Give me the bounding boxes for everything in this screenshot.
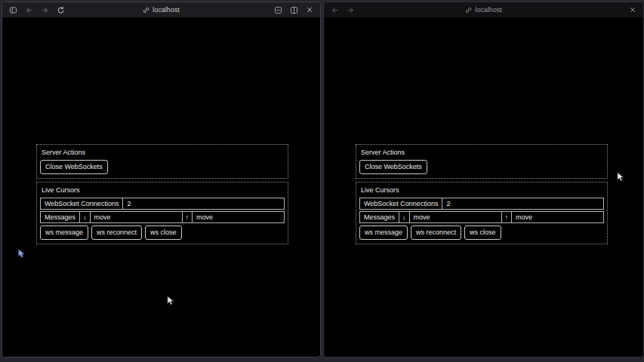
- messages-row: Messages ↓ move ↑ move: [359, 211, 604, 223]
- browser-window-right: localhost Server Actions Close WebSocket…: [323, 2, 644, 357]
- ws-close-button[interactable]: ws close: [464, 225, 501, 240]
- server-actions-section: Server Actions Close WebSockets: [356, 144, 608, 179]
- page-content-left: Server Actions Close WebSockets Live Cur…: [2, 17, 320, 357]
- close-icon[interactable]: [629, 6, 636, 14]
- server-actions-legend: Server Actions: [42, 149, 285, 156]
- window-title: localhost: [2, 2, 320, 17]
- messages-row: Messages ↓ move ↑ move: [40, 211, 285, 223]
- outgoing-message-value: move: [512, 212, 603, 222]
- outgoing-arrow-icon: ↑: [502, 212, 513, 222]
- close-websockets-button[interactable]: Close WebSockets: [40, 160, 108, 174]
- reload-icon[interactable]: [57, 6, 65, 14]
- browser-window-left: localhost Server Actions Close WebSocket…: [2, 2, 321, 357]
- split-view-icon[interactable]: [290, 6, 298, 14]
- connections-label: WebSocket Connections: [360, 198, 442, 209]
- forward-icon[interactable]: [41, 6, 49, 14]
- outgoing-message-value: move: [193, 212, 284, 222]
- ws-message-button[interactable]: ws message: [40, 225, 88, 240]
- window-title: localhost: [324, 2, 643, 17]
- incoming-message-value: move: [91, 212, 183, 222]
- incoming-arrow-icon: ↓: [399, 212, 410, 222]
- app-panel: Server Actions Close WebSockets Live Cur…: [356, 144, 608, 244]
- messages-label: Messages: [360, 212, 399, 222]
- live-cursors-section: Live Cursors WebSocket Connections 2 Mes…: [36, 182, 288, 244]
- connections-value: 2: [442, 198, 603, 209]
- close-websockets-button[interactable]: Close WebSockets: [359, 160, 427, 174]
- incoming-arrow-icon: ↓: [80, 212, 91, 222]
- toolbar-right: localhost: [324, 2, 643, 17]
- server-actions-section: Server Actions Close WebSockets: [36, 144, 288, 179]
- server-actions-legend: Server Actions: [361, 149, 604, 156]
- connections-row: WebSocket Connections 2: [359, 198, 604, 210]
- messages-label: Messages: [41, 212, 80, 222]
- page-title: localhost: [475, 6, 502, 14]
- link-icon: [143, 7, 149, 14]
- ws-button-row: ws message ws reconnect ws close: [40, 225, 285, 240]
- forward-icon[interactable]: [347, 6, 355, 14]
- sidebar-toggle-icon[interactable]: [9, 6, 17, 14]
- page-content-right: Server Actions Close WebSockets Live Cur…: [324, 17, 643, 357]
- live-cursors-legend: Live Cursors: [42, 186, 285, 194]
- ws-reconnect-button[interactable]: ws reconnect: [91, 225, 142, 240]
- live-cursors-legend: Live Cursors: [361, 186, 604, 194]
- console-icon[interactable]: [274, 6, 282, 14]
- ws-close-button[interactable]: ws close: [145, 225, 182, 240]
- link-icon: [465, 7, 472, 14]
- page-title: localhost: [153, 6, 180, 14]
- toolbar-left: localhost: [2, 2, 320, 17]
- outgoing-arrow-icon: ↑: [183, 212, 193, 222]
- incoming-message-value: move: [410, 212, 502, 222]
- close-icon[interactable]: [306, 6, 313, 14]
- connections-row: WebSocket Connections 2: [40, 198, 285, 210]
- live-cursors-section: Live Cursors WebSocket Connections 2 Mes…: [356, 182, 608, 244]
- connections-label: WebSocket Connections: [41, 198, 123, 209]
- back-icon[interactable]: [25, 6, 33, 14]
- back-icon[interactable]: [331, 6, 339, 14]
- ws-reconnect-button[interactable]: ws reconnect: [411, 225, 461, 240]
- connections-value: 2: [123, 198, 284, 209]
- ws-button-row: ws message ws reconnect ws close: [359, 225, 604, 240]
- ws-message-button[interactable]: ws message: [359, 225, 408, 240]
- app-panel: Server Actions Close WebSockets Live Cur…: [36, 144, 288, 244]
